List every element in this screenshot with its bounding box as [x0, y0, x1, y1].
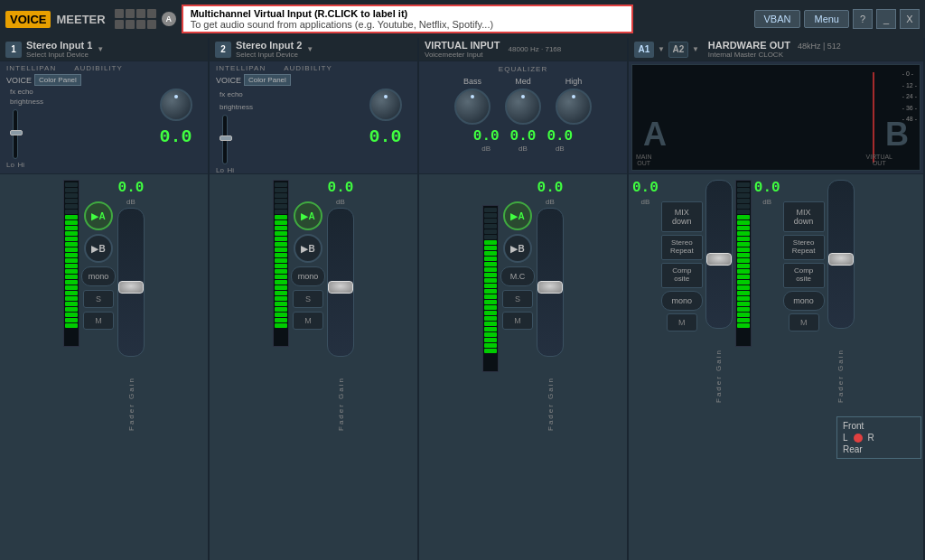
seg: [737, 182, 750, 187]
btn-s-1[interactable]: S: [83, 290, 114, 308]
seg: [65, 188, 78, 192]
seg: [65, 182, 78, 187]
btn-mono-hw2[interactable]: mono: [783, 291, 825, 311]
color-panel-btn-2[interactable]: Color Panel: [244, 74, 291, 86]
seg: [737, 291, 750, 295]
seg: [737, 215, 750, 219]
audibility-knob-1[interactable]: [160, 89, 192, 121]
btn-m-2[interactable]: M: [293, 312, 323, 330]
help-button[interactable]: ?: [853, 9, 873, 29]
hw-fader-knob-2[interactable]: [828, 253, 854, 266]
fader-label-1: Fader Gain: [127, 359, 135, 431]
fader-1[interactable]: [117, 208, 145, 357]
close-button[interactable]: X: [900, 9, 920, 29]
btn-m-1[interactable]: M: [83, 312, 114, 330]
seg: [65, 318, 78, 322]
btn-a-2[interactable]: ▶A: [294, 201, 322, 230]
vban-button[interactable]: VBAN: [754, 10, 801, 28]
ch2-arrow[interactable]: ▼: [306, 45, 313, 53]
seg: [737, 318, 750, 322]
color-panel-btn-1[interactable]: Color Panel: [34, 74, 81, 86]
btn-m-hw2[interactable]: M: [789, 313, 819, 331]
ch2-subtitle: Select Input Device: [236, 51, 302, 59]
ch1-arrow[interactable]: ▼: [97, 45, 104, 53]
btn-s-vi[interactable]: S: [502, 290, 533, 308]
mix-down-1[interactable]: MIXdown: [661, 201, 703, 232]
btn-m-hw1[interactable]: M: [667, 313, 697, 331]
btn-mc-vi[interactable]: M.C: [500, 266, 535, 286]
voice-label-1: VOICE: [6, 76, 32, 85]
seg: [275, 231, 287, 236]
hw-a1-btn[interactable]: A1: [634, 42, 654, 58]
fader-vi[interactable]: [537, 208, 564, 357]
fader-knob-2[interactable]: [328, 281, 353, 294]
vu-main-out-label: MAINOUT: [636, 154, 652, 166]
btn-s-2[interactable]: S: [293, 290, 323, 308]
btn-b-2[interactable]: ▶B: [294, 234, 322, 263]
mix-down-2[interactable]: MIXdown: [783, 201, 825, 232]
seg: [737, 220, 750, 225]
seg: [737, 188, 750, 192]
seg: [737, 258, 750, 263]
hw-a2-btn[interactable]: A2: [668, 42, 688, 58]
audibility-knob-2[interactable]: [369, 89, 402, 121]
btn-b-1[interactable]: ▶B: [84, 234, 113, 263]
hw-fader-2[interactable]: [827, 180, 855, 329]
fader-db-2: dB: [336, 198, 345, 206]
composite-2[interactable]: Composite: [783, 263, 825, 288]
front-row: L R: [843, 433, 915, 443]
btn-mono-1[interactable]: mono: [81, 266, 116, 286]
fader-2[interactable]: [327, 208, 354, 357]
minimize-button[interactable]: _: [876, 9, 896, 29]
seg: [737, 247, 750, 252]
vu-meter-1: [63, 180, 79, 347]
med-knob[interactable]: [505, 89, 541, 125]
au-label-1: AUDIBILITY: [74, 64, 123, 72]
btn-mono-hw1[interactable]: mono: [661, 291, 703, 311]
vu-12: - 12 -: [902, 80, 917, 92]
fader-val-vi: 0.0: [537, 180, 564, 196]
seg: [484, 332, 497, 337]
hw-fader-db-2: dB: [762, 198, 771, 206]
seg: [484, 240, 497, 245]
high-val: 0.0: [547, 128, 573, 145]
bass-knob[interactable]: [454, 89, 491, 125]
front-rear-popup[interactable]: Front L R Rear: [836, 416, 921, 459]
seg: [484, 305, 497, 310]
high-knob[interactable]: [556, 89, 592, 125]
seg: [737, 302, 750, 306]
hw-a1-arrow[interactable]: ▼: [658, 45, 665, 53]
composite-1[interactable]: Composite: [661, 263, 703, 288]
pan-fader-1[interactable]: [10, 130, 23, 135]
seg: [484, 208, 497, 212]
btn-b-vi[interactable]: ▶B: [503, 234, 532, 263]
fader-knob-1[interactable]: [118, 281, 144, 294]
seg: [275, 247, 287, 252]
lo-label-1: Lo: [6, 161, 14, 169]
menu-button[interactable]: Menu: [804, 10, 849, 28]
btn-mono-2[interactable]: mono: [291, 266, 325, 286]
btn-a-vi[interactable]: ▶A: [503, 201, 532, 230]
high-label: High: [565, 77, 583, 86]
hw-a2-arrow[interactable]: ▼: [692, 45, 699, 53]
stereo-repeat-1[interactable]: StereoRepeat: [661, 235, 703, 260]
seg: [275, 226, 287, 230]
fader-knob-vi[interactable]: [537, 281, 563, 294]
voice-label-2: VOICE: [216, 76, 241, 85]
knob-dot-2: [384, 95, 388, 98]
seg: [65, 237, 78, 241]
bass-label: Bass: [463, 77, 481, 86]
hw-fader-knob-1[interactable]: [706, 253, 732, 266]
stereo-repeat-2[interactable]: StereoRepeat: [783, 235, 825, 260]
hw-fader-1[interactable]: [705, 180, 733, 329]
seg: [275, 313, 287, 317]
seg: [65, 269, 78, 274]
pan-fader-2[interactable]: [220, 135, 232, 141]
seg: [484, 273, 497, 277]
btn-a-1[interactable]: ▶A: [84, 201, 113, 230]
seg: [275, 258, 287, 263]
btn-m-vi[interactable]: M: [502, 312, 533, 330]
seg: [484, 311, 497, 315]
au-value-1: 0.0: [159, 126, 192, 147]
seg: [484, 262, 497, 266]
